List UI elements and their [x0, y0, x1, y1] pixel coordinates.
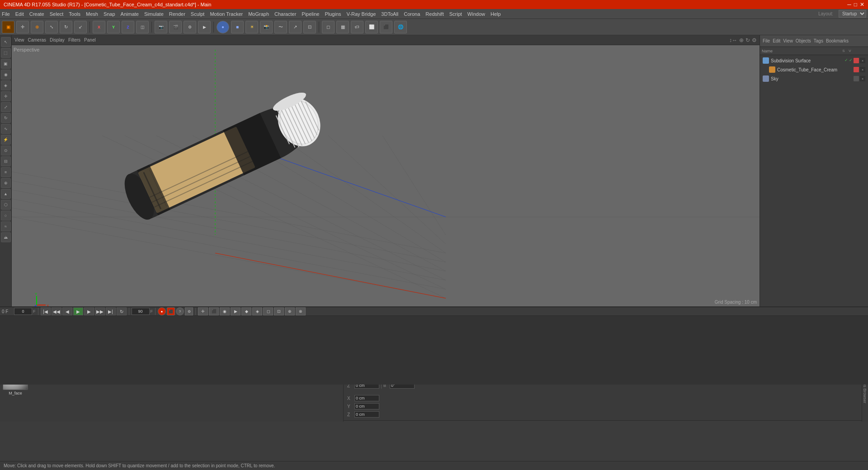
menu-render[interactable]: Render — [169, 11, 185, 17]
menu-corona[interactable]: Corona — [404, 11, 420, 17]
btn-next-frame[interactable]: ▶ — [84, 307, 94, 315]
toolbar-scale[interactable]: ⤡ — [45, 21, 58, 33]
toolbar-y-axis[interactable]: Y — [107, 21, 120, 33]
left-tool-align[interactable]: ≡ — [1, 167, 11, 177]
toolbar-move[interactable]: ⊕ — [31, 21, 43, 33]
left-tool-smooth[interactable]: ≈ — [1, 221, 11, 231]
btn-extra2[interactable]: ◈ — [252, 307, 262, 315]
menu-edit[interactable]: Edit — [15, 11, 24, 17]
left-tool-brush[interactable]: ◉ — [1, 70, 11, 80]
left-tool-bevel[interactable]: ⬡ — [1, 200, 11, 210]
btn-extra5[interactable]: ⊕ — [285, 307, 295, 315]
menu-create[interactable]: Create — [29, 11, 44, 17]
left-tool-terrain[interactable]: ⛰ — [1, 232, 11, 242]
toolbar-floor[interactable]: ⬜ — [365, 21, 378, 33]
left-tool-lasso[interactable]: ⬚ — [1, 48, 11, 58]
viewport-menu-view[interactable]: View — [14, 38, 24, 42]
viewport-icon-rotate[interactable]: ↻ — [745, 37, 750, 43]
left-tool-weld[interactable]: ⊕ — [1, 178, 11, 188]
toolbar-sky[interactable]: ⬛ — [380, 21, 392, 33]
rp-file[interactable]: File — [763, 38, 770, 43]
left-tool-select[interactable]: ↖ — [1, 37, 11, 47]
viewport-icon-move[interactable]: ↕↔ — [729, 37, 737, 43]
toolbar-texture[interactable]: ▦ — [336, 21, 349, 33]
size-z-input[interactable] — [354, 411, 379, 418]
menu-vray[interactable]: V-Ray Bridge — [347, 11, 376, 17]
minimize-button[interactable]: ─ — [847, 1, 851, 8]
tree-item-sky[interactable]: Sky × — [761, 74, 867, 83]
left-tool-extrude[interactable]: ▲ — [1, 189, 11, 199]
maximize-button[interactable]: □ — [854, 1, 857, 8]
menu-select[interactable]: Select — [50, 11, 64, 17]
menu-plugins[interactable]: Plugins — [325, 11, 341, 17]
menu-simulate[interactable]: Simulate — [144, 11, 164, 17]
left-tool-paint[interactable]: ◈ — [1, 80, 11, 90]
toolbar-render-region[interactable]: 📷 — [155, 21, 167, 33]
rp-bookmarks[interactable]: Bookmarks — [826, 38, 849, 43]
btn-delete-key[interactable]: ⬛ — [209, 307, 219, 315]
menu-mograph[interactable]: MoGraph — [248, 11, 269, 17]
menu-mesh[interactable]: Mesh — [86, 11, 98, 17]
toolbar-render-play[interactable]: ▶ — [198, 21, 211, 33]
menu-3dtoall[interactable]: 3DToAll — [381, 11, 398, 17]
toolbar-material[interactable]: ◻ — [322, 21, 335, 33]
toolbar-render-settings[interactable]: ⚙ — [184, 21, 196, 33]
rp-tags[interactable]: Tags — [814, 38, 823, 43]
left-tool-mirror[interactable]: ⊟ — [1, 156, 11, 166]
toolbar-add[interactable]: ✛ — [16, 21, 29, 33]
menu-animate[interactable]: Animate — [121, 11, 139, 17]
end-frame-input[interactable] — [132, 308, 150, 315]
btn-next-key[interactable]: ▶▶ — [95, 307, 105, 315]
menu-file[interactable]: File — [2, 11, 10, 17]
toolbar-scene[interactable]: 🌐 — [394, 21, 407, 33]
btn-prev-frame[interactable]: ◀ — [62, 307, 72, 315]
toolbar-cube[interactable]: ■ — [231, 21, 244, 33]
tree-item-subdivision[interactable]: Subdivision Surface ✓ ✓ × — [761, 56, 867, 65]
left-tool-loop[interactable]: ○ — [1, 211, 11, 221]
menu-redshift[interactable]: Redshift — [425, 11, 443, 17]
toolbar-light[interactable]: ☀ — [245, 21, 258, 33]
toolbar-select[interactable]: ↙ — [74, 21, 87, 33]
size-y-input[interactable] — [354, 403, 379, 409]
toolbar-z-axis[interactable]: Z — [122, 21, 134, 33]
toolbar-tag[interactable]: 🏷 — [351, 21, 363, 33]
left-tool-polygon[interactable]: ▣ — [1, 59, 11, 69]
btn-preview[interactable]: ▶ — [231, 307, 241, 315]
layout-selector[interactable]: Startup — [839, 10, 866, 18]
menu-tools[interactable]: Tools — [69, 11, 80, 17]
viewport-menu-cameras[interactable]: Cameras — [28, 38, 47, 42]
btn-add-key[interactable]: ✛ — [198, 307, 208, 315]
btn-circle-key[interactable]: ◉ — [220, 307, 230, 315]
close-button[interactable]: ✕ — [860, 1, 864, 8]
btn-play[interactable]: ▶ — [73, 307, 83, 315]
left-tool-knife[interactable]: ⚡ — [1, 135, 11, 145]
size-x-input[interactable] — [354, 395, 379, 401]
toolbar-deformer[interactable]: ↗ — [289, 21, 302, 33]
menu-help[interactable]: Help — [491, 11, 501, 17]
btn-record-point[interactable]: ● — [158, 307, 166, 315]
viewport-icon-zoom[interactable]: ⊕ — [739, 37, 744, 43]
rp-objects[interactable]: Objects — [796, 38, 811, 43]
toolbar-camera[interactable]: 📸 — [260, 21, 273, 33]
rp-edit[interactable]: Edit — [773, 38, 780, 43]
toolbar-x-axis[interactable]: X — [93, 21, 105, 33]
menu-script[interactable]: Script — [449, 11, 462, 17]
menu-sculpt[interactable]: Sculpt — [191, 11, 205, 17]
viewport-menu-display[interactable]: Display — [50, 38, 65, 42]
toolbar-spline[interactable]: 〜 — [274, 21, 287, 33]
menu-pipeline[interactable]: Pipeline — [302, 11, 319, 17]
btn-extra1[interactable]: ◆ — [241, 307, 251, 315]
btn-help[interactable]: ? — [176, 307, 184, 315]
toolbar-world-space[interactable]: ◫ — [136, 21, 149, 33]
menu-motion-tracker[interactable]: Motion Tracker — [210, 11, 243, 17]
timeline-track[interactable] — [0, 316, 868, 385]
menu-window[interactable]: Window — [467, 11, 485, 17]
menu-character[interactable]: Character — [274, 11, 296, 17]
tree-item-cosmetic[interactable]: Cosmetic_Tube_Face_Cream × — [761, 65, 867, 74]
toolbar-model-mode[interactable]: ▣ — [2, 21, 14, 33]
viewport-menu-filters[interactable]: Filters — [68, 38, 80, 42]
toolbar-render-to-picture[interactable]: 🎬 — [169, 21, 182, 33]
left-tool-spline[interactable]: ∿ — [1, 124, 11, 134]
btn-loop[interactable]: ↻ — [117, 307, 127, 315]
rp-view[interactable]: View — [783, 38, 793, 43]
